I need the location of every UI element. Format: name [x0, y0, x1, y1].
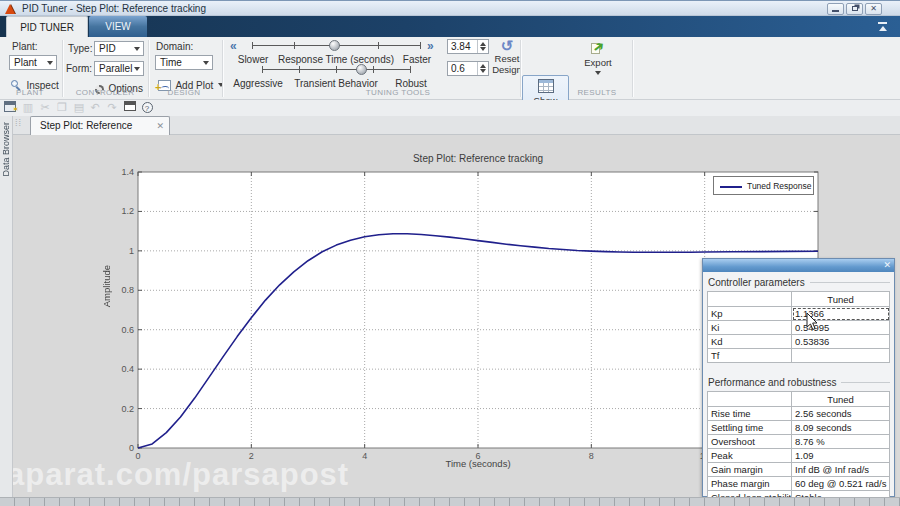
save-icon[interactable]: ▥ [21, 101, 35, 114]
table-row[interactable]: Kd0.53836 [708, 335, 890, 349]
aggressive-label: Aggressive [233, 78, 282, 89]
redo-icon[interactable]: ↷ [105, 101, 119, 114]
slider-knob[interactable] [356, 64, 367, 75]
row-value[interactable]: 8.09 seconds [792, 421, 890, 435]
controller-parameters-table[interactable]: TunedKp1.1366Ki0.54995Kd0.53836Tf [707, 291, 890, 363]
row-value[interactable] [792, 349, 890, 363]
table-row[interactable]: Gain marginInf dB @ Inf rad/s [708, 463, 890, 477]
y-tick-label: 1.4 [110, 167, 134, 177]
response-time-input[interactable] [451, 41, 477, 52]
controller-parameters-panel[interactable]: ✕ Controller parameters TunedKp1.1366Ki0… [702, 258, 895, 497]
toolstrip: Plant: Plant Inspect Type: PID Form: Par… [0, 37, 900, 100]
spinner-up-icon[interactable] [480, 42, 486, 46]
table-row[interactable]: Peak1.09 [708, 449, 890, 463]
spinner-down-icon[interactable] [480, 69, 486, 73]
spinner-up-icon[interactable] [480, 64, 486, 68]
new-figure-icon[interactable] [3, 101, 17, 114]
controller-parameters-title: Controller parameters [708, 277, 890, 288]
x-tick-label: 2 [249, 451, 254, 461]
row-value[interactable]: 2.56 seconds [792, 407, 890, 421]
legend[interactable]: Tuned Response [713, 176, 814, 195]
data-browser-label: Data Browser [1, 122, 11, 177]
row-value[interactable]: 0.54995 [792, 321, 890, 335]
row-value[interactable]: 1.09 [792, 449, 890, 463]
domain-label: Domain: [156, 41, 193, 52]
x-tick-label: 4 [362, 451, 367, 461]
table-row[interactable]: Tf [708, 349, 890, 363]
row-name: Rise time [708, 407, 792, 421]
tab-view[interactable]: VIEW [89, 16, 147, 37]
x-tick-label: 8 [589, 451, 594, 461]
row-name: Overshoot [708, 435, 792, 449]
type-dropdown[interactable]: PID [94, 41, 144, 56]
export-button[interactable]: ➔ Export [578, 39, 618, 79]
chevron-down-icon [134, 67, 140, 71]
collapse-ribbon-icon[interactable] [877, 21, 888, 32]
table-icon [538, 79, 554, 93]
transient-behavior-input[interactable] [451, 63, 477, 74]
table-header-row: Tuned [708, 292, 890, 307]
table-row[interactable]: Kp1.1366 [708, 307, 890, 321]
reset-design-button[interactable]: ↺ Reset Design [490, 39, 524, 75]
row-name: Peak [708, 449, 792, 463]
tab-pid-tuner[interactable]: PID TUNER [6, 16, 88, 37]
domain-dropdown[interactable]: Time [155, 55, 213, 70]
column-header-tuned: Tuned [792, 392, 890, 407]
drag-handle[interactable]: ⁞⁞ [15, 118, 22, 128]
data-browser-strip[interactable]: Data Browser [0, 116, 13, 497]
plant-dropdown[interactable]: Plant [9, 55, 57, 70]
section-label-tuning-tools: TUNING TOOLS [366, 88, 431, 97]
response-time-spinner[interactable] [447, 39, 489, 54]
copy-icon[interactable]: ❐ [55, 101, 69, 114]
row-value[interactable]: 0.53836 [792, 335, 890, 349]
watermark: aparat.com/parsapost [13, 457, 349, 493]
undo-icon[interactable]: ↶ [88, 101, 102, 114]
panel-close-icon[interactable]: ✕ [883, 259, 891, 272]
table-row[interactable]: Settling time8.09 seconds [708, 421, 890, 435]
chevron-down-icon [203, 61, 209, 65]
plot-title: Step Plot: Reference tracking [138, 153, 818, 164]
paste-icon[interactable]: ▤ [72, 101, 86, 114]
section-label-results: RESULTS [577, 88, 616, 97]
close-button[interactable]: ✕ [865, 3, 882, 15]
cut-icon[interactable]: ✂ [38, 101, 52, 114]
export-icon: ➔ [590, 41, 606, 55]
x-tick-label: 0 [135, 451, 140, 461]
table-row[interactable]: Rise time2.56 seconds [708, 407, 890, 421]
row-value[interactable]: Inf dB @ Inf rad/s [792, 463, 890, 477]
table-row[interactable]: Ki0.54995 [708, 321, 890, 335]
quick-access-toolbar: ▥ ✂ ❐ ▤ ↶ ↷ ? [0, 100, 900, 116]
row-name: Tf [708, 349, 792, 363]
help-icon[interactable]: ? [140, 101, 154, 114]
minimize-button[interactable] [827, 3, 844, 15]
row-value[interactable]: 8.76 % [792, 435, 890, 449]
form-dropdown[interactable]: Parallel [94, 61, 144, 76]
spinner-down-icon[interactable] [480, 47, 486, 51]
performance-title: Performance and robustness [708, 377, 890, 388]
performance-table[interactable]: TunedRise time2.56 secondsSettling time8… [707, 391, 890, 505]
row-name: Phase margin [708, 477, 792, 491]
row-name: Kp [708, 307, 792, 321]
slider-decrease-icon[interactable]: « [230, 39, 237, 53]
plant-label: Plant: [12, 41, 38, 52]
x-tick-label: 6 [475, 451, 480, 461]
window-icon[interactable] [123, 101, 137, 114]
y-tick-label: 0.2 [110, 404, 134, 414]
slider-increase-icon[interactable]: » [427, 39, 434, 53]
transient-behavior-slider[interactable] [262, 64, 410, 76]
row-name: Ki [708, 321, 792, 335]
table-row[interactable]: Overshoot8.76 % [708, 435, 890, 449]
window-title: PID Tuner - Step Plot: Reference trackin… [22, 3, 206, 14]
y-tick-label: 1.2 [110, 206, 134, 216]
document-tab[interactable]: Step Plot: Reference tracking ✕ [30, 116, 170, 135]
tab-close-icon[interactable]: ✕ [156, 117, 164, 135]
transient-behavior-spinner[interactable] [447, 61, 489, 76]
panel-titlebar[interactable]: ✕ [703, 259, 894, 272]
row-value[interactable]: 60 deg @ 0.521 rad/s [792, 477, 890, 491]
response-time-slider[interactable] [252, 40, 420, 52]
restore-button[interactable] [846, 3, 863, 15]
table-row[interactable]: Phase margin60 deg @ 0.521 rad/s [708, 477, 890, 491]
slider-knob[interactable] [329, 40, 340, 51]
ribbon-tabstrip: PID TUNER VIEW [0, 16, 900, 37]
row-value[interactable]: 1.1366 [792, 307, 890, 321]
